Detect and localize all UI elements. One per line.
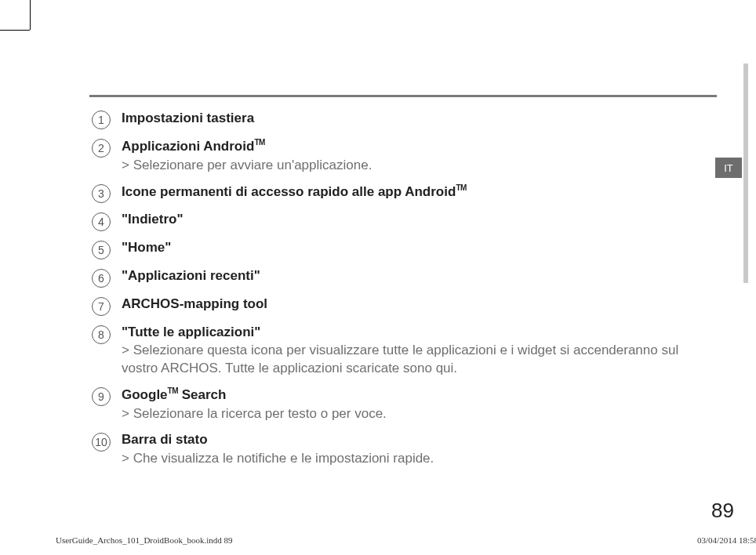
list-entry: "Tutte le applicazioni" > Selezionare qu…	[122, 324, 688, 379]
number-badge: 4	[92, 212, 111, 231]
number-badge: 7	[92, 297, 111, 316]
item-description: > Selezionare questa icona per visualizz…	[122, 342, 688, 378]
item-title: Applicazioni AndroidTM	[122, 137, 688, 156]
list-item: 7 ARCHOS-mapping tool	[92, 296, 688, 316]
list-item: 6 "Applicazioni recenti"	[92, 267, 688, 288]
number-badge: 9	[92, 387, 111, 406]
list-entry: GoogleTM Search > Selezionare la ricerca…	[122, 386, 688, 423]
list-item: 2 Applicazioni AndroidTM > Selezionare p…	[92, 137, 688, 175]
item-title: "Applicazioni recenti"	[122, 267, 688, 285]
item-description: > Selezionare la ricerca per testo o per…	[122, 405, 688, 423]
item-title: "Tutte le applicazioni"	[122, 324, 688, 342]
crop-mark-vertical	[30, 0, 31, 30]
content-top-rule	[89, 95, 717, 97]
item-title: Icone permanenti di accesso rapido alle …	[122, 183, 688, 201]
list-item: 5 "Home"	[92, 239, 688, 259]
page-frame: IT 1 Impostazioni tastiera 2 Applicazion…	[31, 31, 748, 548]
list-item: 3 Icone permanenti di accesso rapido all…	[92, 183, 688, 203]
list-entry: Applicazioni AndroidTM > Selezionare per…	[122, 137, 688, 175]
document-page: IT 1 Impostazioni tastiera 2 Applicazion…	[0, 0, 756, 555]
number-badge: 3	[92, 184, 111, 203]
print-footer: UserGuide_Archos_101_DroidBook_book.indd…	[56, 535, 756, 545]
list-entry: Barra di stato > Che visualizza le notif…	[122, 431, 688, 468]
page-edge-marker	[743, 63, 748, 283]
number-badge: 2	[92, 139, 111, 158]
page-number: 89	[711, 499, 734, 523]
item-title: GoogleTM Search	[122, 386, 688, 404]
footer-timestamp: 03/04/2014 18:58:24	[697, 535, 756, 545]
number-badge: 10	[92, 433, 111, 452]
list-item: 10 Barra di stato > Che visualizza le no…	[92, 431, 688, 468]
item-title: "Home"	[122, 239, 688, 257]
footer-filename: UserGuide_Archos_101_DroidBook_book.indd…	[56, 535, 232, 545]
item-title: Impostazioni tastiera	[122, 109, 688, 128]
list-entry: Icone permanenti di accesso rapido alle …	[122, 183, 688, 201]
number-badge: 8	[92, 325, 111, 344]
list-item: 9 GoogleTM Search > Selezionare la ricer…	[92, 386, 688, 423]
item-title: ARCHOS-mapping tool	[122, 296, 688, 314]
item-description: > Selezionare per avviare un'applicazion…	[122, 157, 688, 175]
list-entry: ARCHOS-mapping tool	[122, 296, 688, 314]
number-badge: 5	[92, 241, 111, 259]
item-description: > Che visualizza le notifiche e le impos…	[122, 450, 688, 468]
crop-mark-horizontal	[0, 30, 30, 31]
list-item: 1 Impostazioni tastiera	[92, 109, 688, 129]
list-entry: "Home"	[122, 239, 688, 257]
language-tab: IT	[715, 158, 742, 178]
list-item: 4 "Indietro"	[92, 211, 688, 231]
list-entry: Impostazioni tastiera	[122, 109, 688, 128]
item-title: Barra di stato	[122, 431, 688, 449]
list-entry: "Applicazioni recenti"	[122, 267, 688, 285]
list-item: 8 "Tutte le applicazioni" > Selezionare …	[92, 324, 688, 379]
item-title: "Indietro"	[122, 211, 688, 229]
list-entry: "Indietro"	[122, 211, 688, 229]
number-badge: 1	[92, 111, 111, 129]
number-badge: 6	[92, 269, 111, 288]
definitions-list: 1 Impostazioni tastiera 2 Applicazioni A…	[92, 109, 688, 476]
